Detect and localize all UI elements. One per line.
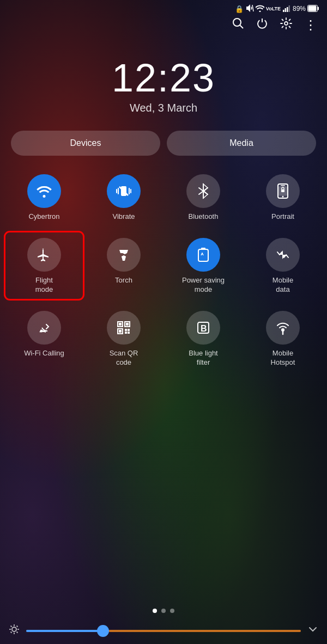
wifi-calling-tile-icon [27,311,61,345]
svg-rect-32 [128,332,130,334]
svg-rect-2 [284,8,286,12]
svg-rect-18 [122,256,126,257]
clock-time: 12:23 [112,58,215,97]
vibrate-tile[interactable]: Vibrate [85,169,162,226]
mobile-hotspot-tile-icon [266,311,300,345]
flight-mode-icon [27,238,61,272]
svg-point-15 [282,196,284,198]
svg-point-22 [40,329,43,332]
svg-rect-26 [126,323,129,326]
wifi-calling-tile[interactable]: Wi-Fi Calling [5,305,83,372]
svg-line-9 [240,26,244,29]
mobile-data-label: Mobiledata [272,276,293,295]
power-icon[interactable] [256,17,268,32]
power-saving-tile[interactable]: Power savingmode [165,232,242,299]
svg-rect-19 [122,258,125,259]
blue-light-filter-label: Blue lightfilter [189,349,217,367]
quick-tiles-row1: Cybertron Vibrate Bluetooth [0,169,327,226]
svg-rect-28 [119,330,122,333]
torch-tile-icon [107,238,141,272]
mobile-hotspot-label: MobileHotspot [271,349,295,367]
scan-qr-label: Scan QRcode [110,349,138,367]
pagination-dot-3 [170,609,174,613]
wifi-tile[interactable]: Cybertron [5,169,83,226]
battery-icon [307,5,319,13]
wifi-signal-icon [256,5,264,13]
flight-mode-label: Flightmode [35,276,53,295]
flight-mode-tile[interactable]: Flightmode [5,232,83,299]
portrait-tile[interactable]: Portrait [244,169,322,226]
blue-light-filter-tile-icon: B [186,311,220,345]
search-icon[interactable] [232,17,244,32]
chevron-down-icon[interactable] [307,624,318,637]
settings-icon[interactable] [280,17,292,32]
quick-tiles-row2: Flightmode Torch [0,232,327,299]
pagination-dot-2 [161,609,166,613]
torch-tile-label: Torch [115,276,132,285]
power-saving-tile-label: Power savingmode [182,276,225,295]
svg-rect-14 [281,185,285,186]
tabs-row: Devices Media [0,131,327,169]
media-tab[interactable]: Media [167,131,316,156]
vibrate-tile-icon [107,174,141,208]
portrait-tile-label: Portrait [271,212,294,222]
brightness-track[interactable] [26,630,301,632]
svg-point-10 [284,22,288,25]
bluetooth-tile-label: Bluetooth [189,212,219,222]
svg-text:B: B [201,324,207,333]
blue-light-filter-tile[interactable]: B Blue lightfilter [165,305,242,372]
bluetooth-tile-icon [186,174,220,208]
brightness-bar-row [0,622,327,644]
wifi-tile-label: Cybertron [28,212,59,222]
vibrate-tile-label: Vibrate [113,212,135,222]
svg-rect-6 [318,7,319,10]
brightness-fill-orange [108,630,301,632]
pagination-dots [0,609,327,622]
svg-rect-4 [288,5,290,12]
brightness-thumb[interactable] [97,625,109,637]
svg-rect-21 [201,248,205,250]
mobile-data-tile[interactable]: Mobiledata [244,232,322,299]
devices-tab[interactable]: Devices [11,131,160,156]
clock-area: 12:23 Wed, 3 March [0,36,327,131]
svg-line-44 [17,626,18,627]
mute-icon [245,4,254,13]
bluetooth-tile[interactable]: Bluetooth [165,169,242,226]
brightness-icon [9,624,20,637]
signal-bars-icon [282,5,291,13]
status-icons: 🔒 VoLTE [235,4,319,13]
lock-icon: 🔒 [235,5,244,13]
mobile-data-tile-icon [266,238,300,272]
clock-date: Wed, 3 March [130,102,197,114]
status-bar: 🔒 VoLTE [0,0,327,15]
svg-rect-17 [281,189,284,192]
portrait-tile-icon [266,174,300,208]
wifi-calling-label: Wi-Fi Calling [24,349,64,358]
scan-qr-tile-icon [107,311,141,345]
more-options-icon[interactable]: ⋮ [304,19,317,32]
torch-tile[interactable]: Torch [85,232,162,299]
svg-point-8 [233,19,241,26]
svg-rect-3 [287,7,288,12]
svg-line-42 [11,626,12,627]
svg-rect-29 [125,329,127,331]
svg-rect-7 [308,5,317,11]
svg-line-43 [17,632,18,633]
svg-line-0 [252,5,253,11]
volte-icon: VoLTE [266,6,281,11]
battery-percentage: 89% [293,5,306,13]
svg-rect-31 [125,332,127,334]
wifi-tile-icon [27,174,61,208]
quick-tiles-row3: Wi-Fi Calling Scan QRcode [0,305,327,372]
action-bar: ⋮ [0,15,327,36]
svg-rect-24 [119,323,122,326]
pagination-dot-1 [153,609,157,613]
scan-qr-tile[interactable]: Scan QRcode [85,305,162,372]
power-saving-tile-icon [186,238,220,272]
svg-rect-1 [283,10,284,12]
brightness-fill-blue [26,630,108,632]
svg-line-45 [11,632,12,633]
svg-point-37 [12,627,16,631]
mobile-hotspot-tile[interactable]: MobileHotspot [244,305,322,372]
svg-rect-30 [128,329,130,331]
